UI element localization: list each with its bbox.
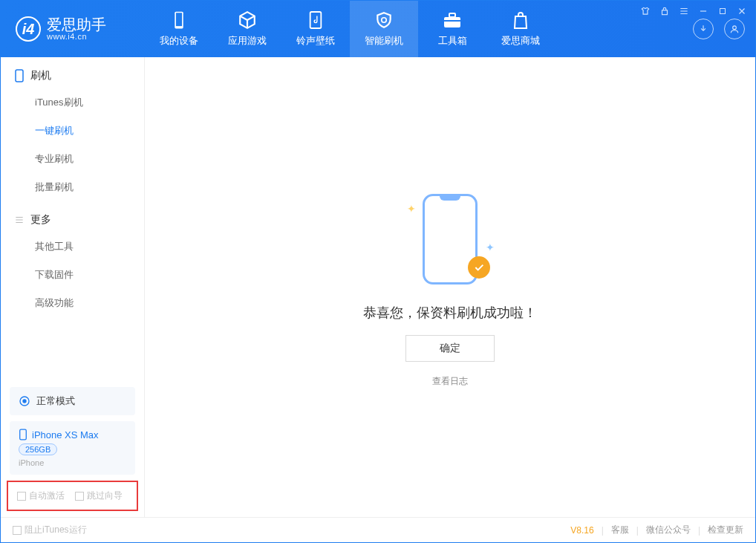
lock-icon[interactable] [659,5,671,17]
sparkle-icon: ✦ [407,203,416,215]
tab-label: 应用游戏 [228,34,267,48]
sidebar: 刷机 iTunes刷机 一键刷机 专业刷机 批量刷机 更多 其他工具 下载固件 … [1,57,145,517]
success-message: 恭喜您，保资料刷机成功啦！ [363,304,537,322]
svg-rect-0 [662,10,668,15]
sidebar-item-itunes-flash[interactable]: iTunes刷机 [1,88,144,117]
checkbox-label: 自动激活 [29,490,65,502]
svg-point-8 [733,26,737,30]
support-link[interactable]: 客服 [611,524,629,536]
logo-icon: i4 [16,16,41,42]
tab-toolbox[interactable]: 工具箱 [418,1,486,57]
phone-icon [169,10,189,30]
checkbox-label: 跳过向导 [87,490,123,502]
check-badge-icon [468,256,490,279]
sidebar-item-download-firmware[interactable]: 下载固件 [1,261,144,289]
checkbox-auto-activate[interactable]: 自动激活 [17,490,65,502]
tab-apps-games[interactable]: 应用游戏 [213,1,281,57]
tab-label: 智能刷机 [365,34,403,48]
close-button[interactable] [736,5,748,17]
main-content: ✦ ✦ 恭喜您，保资料刷机成功啦！ 确定 查看日志 [145,57,755,517]
maximize-button[interactable] [717,5,729,17]
menu-icon[interactable] [678,5,690,17]
checkbox-block-itunes[interactable]: 阻止iTunes运行 [13,524,87,536]
tab-label: 铃声壁纸 [296,34,335,48]
svg-rect-9 [16,70,23,82]
device-name-label: iPhone XS Max [32,429,99,440]
sidebar-item-pro-flash[interactable]: 专业刷机 [1,145,144,173]
refresh-shield-icon [374,10,394,30]
header-tabs: 我的设备 应用游戏 铃声壁纸 智能刷机 工具箱 爱思商城 [145,1,555,57]
tab-smart-flash[interactable]: 智能刷机 [350,1,418,57]
sparkle-icon: ✦ [486,241,495,253]
body: 刷机 iTunes刷机 一键刷机 专业刷机 批量刷机 更多 其他工具 下载固件 … [1,57,755,517]
sidebar-section-flash: 刷机 [1,57,144,88]
cube-icon [238,10,257,30]
flash-options-highlight: 自动激活 跳过向导 [7,481,138,511]
sidebar-item-onekey-flash[interactable]: 一键刷机 [1,117,144,145]
svg-rect-7 [444,20,460,22]
toolbox-icon [443,10,462,30]
list-icon [14,215,25,225]
mode-label: 正常模式 [36,394,75,408]
footer: 阻止iTunes运行 V8.16 | 客服 | 微信公众号 | 检查更新 [1,517,755,542]
phone-outline-icon [14,69,25,82]
section-label: 更多 [30,213,51,227]
sidebar-item-batch-flash[interactable]: 批量刷机 [1,173,144,201]
tab-label: 我的设备 [160,34,198,48]
minimize-button[interactable] [697,5,709,17]
footer-right: V8.16 | 客服 | 微信公众号 | 检查更新 [570,524,743,536]
device-storage-badge: 256GB [19,443,57,455]
ok-button[interactable]: 确定 [405,335,495,362]
mode-icon [19,395,30,407]
check-update-link[interactable]: 检查更新 [708,524,743,536]
tab-my-device[interactable]: 我的设备 [145,1,213,57]
device-card[interactable]: iPhone XS Max 256GB iPhone [10,421,135,475]
bag-icon [511,10,530,30]
svg-rect-12 [20,429,27,440]
tab-label: 工具箱 [438,34,467,48]
svg-rect-6 [449,13,455,17]
version-label: V8.16 [570,525,593,536]
tab-ringtones-wallpapers[interactable]: 铃声壁纸 [281,1,350,57]
svg-rect-5 [444,17,460,27]
view-log-link[interactable]: 查看日志 [432,375,468,388]
success-illustration: ✦ ✦ [405,186,495,290]
device-phone-icon [19,429,27,440]
section-label: 刷机 [30,69,51,82]
app-name: 爱思助手 [47,17,106,32]
music-file-icon [306,10,325,30]
svg-rect-1 [720,9,726,14]
header: i4 爱思助手 www.i4.cn 我的设备 应用游戏 铃声壁纸 智能刷机 [1,1,755,57]
device-type-label: iPhone [19,458,44,467]
svg-point-11 [23,400,26,403]
app-domain: www.i4.cn [47,32,106,41]
sidebar-section-more: 更多 [1,201,144,233]
svg-rect-3 [176,13,182,26]
header-actions [693,19,755,39]
tab-label: 爱思商城 [501,34,540,48]
shirt-icon[interactable] [639,5,651,17]
app-logo: i4 爱思助手 www.i4.cn [1,16,145,42]
checkbox-skip-guide[interactable]: 跳过向导 [75,490,123,502]
app-window: i4 爱思助手 www.i4.cn 我的设备 应用游戏 铃声壁纸 智能刷机 [0,0,756,543]
sidebar-item-advanced[interactable]: 高级功能 [1,289,144,317]
download-button[interactable] [693,19,714,39]
window-controls [639,5,748,17]
sidebar-item-other-tools[interactable]: 其他工具 [1,233,144,261]
user-button[interactable] [724,19,745,39]
mode-card[interactable]: 正常模式 [10,387,135,415]
checkbox-label: 阻止iTunes运行 [25,524,87,536]
wechat-link[interactable]: 微信公众号 [646,524,691,536]
tab-store[interactable]: 爱思商城 [486,1,555,57]
